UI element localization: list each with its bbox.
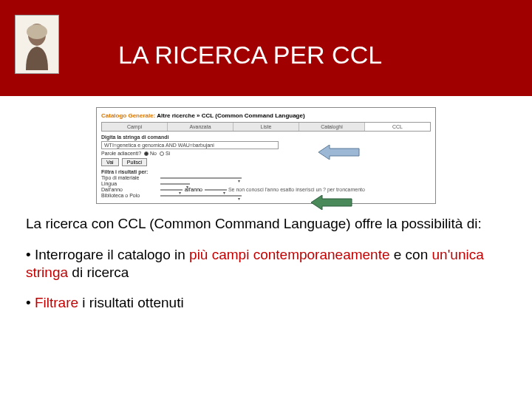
bullet-1: • Interrogare il catalogo in più campi c… [26, 246, 506, 282]
button-row: Vai Pulisci [101, 158, 431, 166]
form-screenshot: Catalogo Generale: Altre ricerche » CCL … [96, 107, 436, 204]
biblio-select[interactable] [160, 195, 242, 197]
year-to[interactable] [205, 189, 227, 191]
tab-avanzata[interactable]: Avanzata [168, 123, 233, 131]
slide-header: LA RICERCA PER CCL [0, 0, 532, 96]
command-input[interactable]: WTI=genetica e genomica AND WAU=barbujan… [101, 141, 279, 149]
tab-cataloghi[interactable]: Cataloghi [299, 123, 365, 131]
clear-button[interactable]: Pulisci [122, 158, 147, 166]
year-from[interactable] [160, 189, 183, 191]
tab-campi[interactable]: Campi [102, 123, 168, 131]
breadcrumb-orange: Catalogo Generale: [101, 112, 155, 119]
filter-heading: Filtra i risultati per: [101, 169, 431, 174]
command-label: Digita la stringa di comandi [101, 134, 431, 140]
material-select[interactable] [160, 177, 242, 179]
breadcrumb-rest: Altre ricerche » CCL (Common Command Lan… [155, 112, 304, 119]
portrait-image [15, 15, 59, 74]
svg-marker-2 [318, 145, 359, 160]
slide-title: LA RICERCA PER CCL [118, 41, 382, 69]
radio-si[interactable] [160, 151, 164, 156]
adjacent-row: Parole adiacenti? No Si [101, 151, 431, 156]
lang-select[interactable] [160, 183, 190, 185]
svg-point-1 [27, 24, 47, 39]
bullet-2: • Filtrare i risultati ottenuti [26, 294, 506, 312]
svg-marker-3 [311, 195, 352, 210]
arrow-icon-1 [318, 145, 363, 160]
search-tabs: Campi Avanzata Liste Cataloghi CCL [101, 122, 431, 132]
tab-liste[interactable]: Liste [233, 123, 299, 131]
filter-year: Dall'anno all'anno Se non conosci l'anno… [101, 187, 431, 192]
filter-biblio: Biblioteca o Polo [101, 193, 431, 198]
adjacent-label: Parole adiacenti? [101, 151, 141, 156]
intro-text: La ricerca con CCL (Common Command Langu… [26, 215, 506, 233]
go-button[interactable]: Vai [101, 158, 119, 166]
filter-lang: Lingua [101, 181, 431, 186]
filter-material: Tipo di materiale [101, 175, 431, 180]
arrow-icon-2 [311, 195, 355, 210]
radio-no[interactable] [144, 151, 149, 156]
tab-ccl[interactable]: CCL [365, 123, 430, 131]
slide-body: La ricerca con CCL (Common Command Langu… [0, 215, 532, 312]
breadcrumb: Catalogo Generale: Altre ricerche » CCL … [101, 112, 431, 119]
